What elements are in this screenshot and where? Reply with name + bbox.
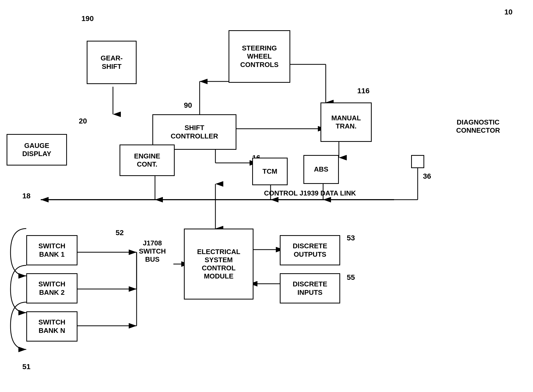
ref-190: 190 xyxy=(81,14,94,23)
j1708-label: J1708SWITCHBUS xyxy=(129,239,176,264)
abs-box: ABS xyxy=(303,155,339,184)
switch-bank2-box: SWITCHBANK 2 xyxy=(26,273,77,303)
steering-box: STEERINGWHEELCONTROLS xyxy=(229,30,290,83)
gearshift-box: GEAR-SHIFT xyxy=(87,41,137,84)
ref-18: 18 xyxy=(22,192,30,200)
switch-bankN-box: SWITCHBANK N xyxy=(26,311,77,342)
switch-bank1-label: SWITCHBANK 1 xyxy=(38,242,65,258)
ref-116: 116 xyxy=(357,87,370,95)
gearshift-label: GEAR-SHIFT xyxy=(101,54,123,70)
ref-53: 53 xyxy=(347,234,355,242)
electrical-system-box: ELECTRICALSYSTEMCONTROLMODULE xyxy=(184,229,253,300)
manual-tran-label: MANUALTRAN. xyxy=(331,114,361,130)
ref-36: 36 xyxy=(423,172,431,180)
shift-controller-label: SHIFTCONTROLLER xyxy=(171,124,218,140)
engine-cont-label: ENGINECONT. xyxy=(134,152,160,168)
diagnostic-connector-label: DIAGNOSTICCONNECTOR xyxy=(441,118,515,135)
switch-bankN-label: SWITCHBANK N xyxy=(38,318,65,334)
ref-51: 51 xyxy=(22,363,30,371)
ref-20: 20 xyxy=(79,117,87,125)
discrete-inputs-box: DISCRETEINPUTS xyxy=(280,273,340,303)
abs-label: ABS xyxy=(314,165,328,173)
electrical-system-label: ELECTRICALSYSTEMCONTROLMODULE xyxy=(197,248,240,281)
ref-10: 10 xyxy=(504,8,513,16)
ref-90: 90 xyxy=(184,101,192,110)
switch-bank1-box: SWITCHBANK 1 xyxy=(26,235,77,265)
steering-label: STEERINGWHEELCONTROLS xyxy=(240,44,279,69)
j1939-label: CONTROL J1939 DATA LINK xyxy=(247,189,373,197)
ref-52: 52 xyxy=(116,229,124,237)
gauge-display-box: GAUGEDISPLAY xyxy=(7,134,67,166)
engine-cont-box: ENGINECONT. xyxy=(120,145,175,176)
diagnostic-connector-symbol xyxy=(411,155,424,168)
tcm-label: TCM xyxy=(262,167,277,176)
discrete-outputs-label: DISCRETEOUTPUTS xyxy=(293,242,327,258)
ref-55: 55 xyxy=(347,273,355,282)
discrete-outputs-box: DISCRETEOUTPUTS xyxy=(280,235,340,265)
switch-bank2-label: SWITCHBANK 2 xyxy=(38,280,65,296)
manual-tran-box: MANUALTRAN. xyxy=(320,102,372,142)
gauge-display-label: GAUGEDISPLAY xyxy=(22,142,51,158)
discrete-inputs-label: DISCRETEINPUTS xyxy=(293,280,327,296)
tcm-box: TCM xyxy=(252,158,288,185)
diagram: 190 10 14 18 20 22 16 29D 36 51 52 53 55… xyxy=(0,0,533,392)
